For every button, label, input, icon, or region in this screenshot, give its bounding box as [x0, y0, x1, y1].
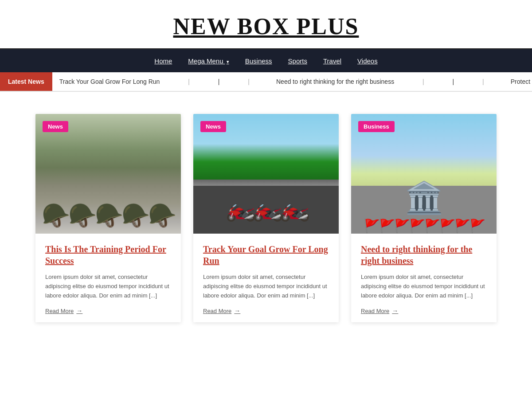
site-title: NEW BOX PLUS	[9, 13, 523, 39]
nav-link-travel[interactable]: Travel	[315, 50, 349, 72]
card-2-image-figures: 🏍️🏍️🏍️	[226, 194, 307, 223]
site-header: NEW BOX PLUS	[0, 0, 532, 49]
nav-link-mega[interactable]: Mega Menu ▾	[180, 50, 237, 72]
card-2-image-wrapper: 🏍️🏍️🏍️ News	[193, 114, 339, 234]
nav-list: Home Mega Menu ▾ Business Sports Travel …	[146, 50, 385, 72]
card-2-body: Track Your Goal Grow For Long Run Lorem …	[193, 234, 339, 322]
card-1-excerpt: Lorem ipsum dolor sit amet, consectetur …	[45, 273, 171, 300]
ticker-bar: Latest News Track Your Goal Grow For Lon…	[0, 72, 532, 92]
ticker-separator-1: |	[188, 78, 221, 85]
card-3: 🏛️ 🚩🚩🚩🚩🚩🚩🚩🚩 Business Need to right think…	[351, 114, 497, 322]
nav-link-videos[interactable]: Videos	[349, 50, 386, 72]
card-2-read-more-label: Read More	[203, 308, 231, 314]
nav-item-mega[interactable]: Mega Menu ▾	[180, 50, 237, 72]
card-2-excerpt: Lorem ipsum dolor sit amet, consectetur …	[203, 273, 329, 300]
card-1-read-more-label: Read More	[45, 308, 74, 314]
ticker-content: Track Your Goal Grow For Long Run | Need…	[52, 78, 532, 85]
nav-link-sports[interactable]: Sports	[280, 50, 315, 72]
card-1-image-wrapper: 🪖🪖🪖🪖🪖 News	[35, 114, 181, 234]
card-3-title[interactable]: Need to right thinking for the right bus…	[361, 243, 487, 266]
card-3-read-more[interactable]: Read More →	[361, 307, 487, 314]
card-1-category[interactable]: News	[43, 121, 68, 132]
cards-section: 🪖🪖🪖🪖🪖 News This Is The Training Period F…	[0, 92, 532, 349]
dropdown-icon: ▾	[227, 59, 229, 64]
card-2: 🏍️🏍️🏍️ News Track Your Goal Grow For Lon…	[193, 114, 339, 322]
ticker-item-2: Need to right thinking for the right bus…	[248, 78, 394, 85]
nav-link-business[interactable]: Business	[237, 50, 280, 72]
ticker-label: Latest News	[0, 72, 52, 91]
nav-item-travel[interactable]: Travel	[315, 50, 349, 72]
nav-bar: Home Mega Menu ▾ Business Sports Travel …	[0, 49, 532, 72]
ticker-items: Track Your Goal Grow For Long Run | Need…	[59, 78, 532, 85]
ticker-item-3: Protect Women's Rights And Promote Gende…	[482, 78, 532, 85]
nav-item-sports[interactable]: Sports	[280, 50, 315, 72]
card-3-arrow-icon: →	[392, 307, 398, 314]
card-1-arrow-icon: →	[76, 307, 82, 314]
card-3-body: Need to right thinking for the right bus…	[351, 234, 497, 322]
card-3-image-crowd: 🚩🚩🚩🚩🚩🚩🚩🚩	[364, 218, 484, 234]
card-2-arrow-icon: →	[234, 307, 240, 314]
nav-item-videos[interactable]: Videos	[349, 50, 386, 72]
card-1: 🪖🪖🪖🪖🪖 News This Is The Training Period F…	[35, 114, 181, 322]
card-3-image-wrapper: 🏛️ 🚩🚩🚩🚩🚩🚩🚩🚩 Business	[351, 114, 497, 234]
card-2-title[interactable]: Track Your Goal Grow For Long Run	[203, 243, 329, 266]
card-1-image-figures: 🪖🪖🪖🪖🪖	[42, 202, 175, 229]
card-2-category[interactable]: News	[200, 121, 226, 132]
nav-link-home[interactable]: Home	[146, 50, 180, 72]
card-1-body: This Is The Training Period For Success …	[35, 234, 181, 322]
ticker-item-1: Track Your Goal Grow For Long Run	[59, 78, 160, 85]
nav-item-business[interactable]: Business	[237, 50, 280, 72]
card-1-read-more[interactable]: Read More →	[45, 307, 171, 314]
card-3-image-building: 🏛️	[405, 180, 443, 216]
card-2-read-more[interactable]: Read More →	[203, 307, 329, 314]
nav-item-home[interactable]: Home	[146, 50, 180, 72]
card-3-read-more-label: Read More	[361, 308, 389, 314]
card-3-category[interactable]: Business	[358, 121, 395, 132]
ticker-separator-2: |	[422, 78, 456, 85]
card-1-title[interactable]: This Is The Training Period For Success	[45, 243, 171, 266]
card-3-excerpt: Lorem ipsum dolor sit amet, consectetur …	[361, 273, 487, 300]
